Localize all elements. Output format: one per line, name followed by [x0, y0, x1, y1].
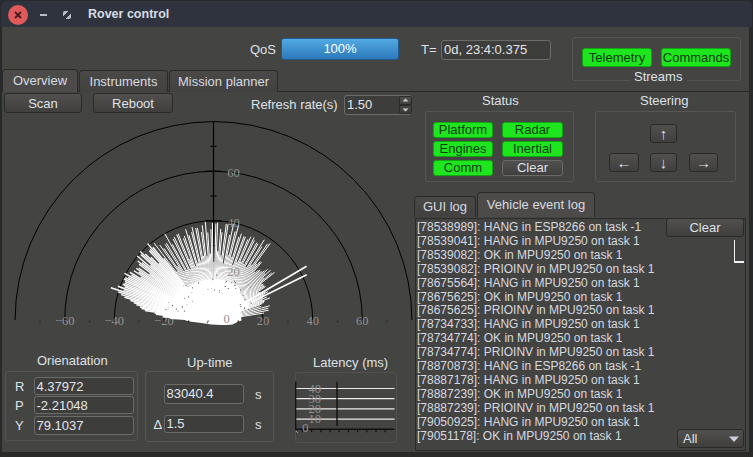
svg-text:20: 20 — [227, 265, 240, 279]
svg-text:10: 10 — [309, 412, 322, 426]
svg-text:0: 0 — [302, 421, 308, 435]
svg-text:40: 40 — [227, 216, 240, 230]
svg-text:60: 60 — [227, 166, 240, 180]
svg-text:0: 0 — [224, 312, 230, 326]
